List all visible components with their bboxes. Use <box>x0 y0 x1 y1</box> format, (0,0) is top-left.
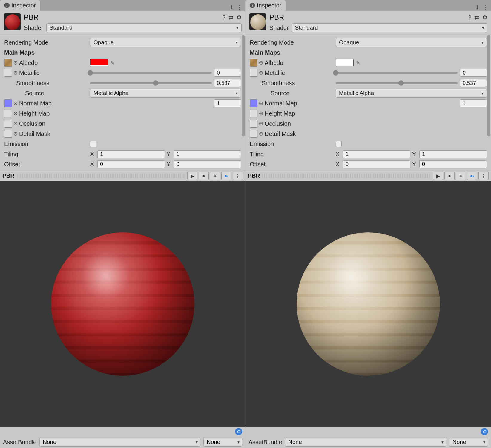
metallic-value[interactable]: 0 <box>214 69 241 77</box>
preview-menu-button[interactable]: ⋮ <box>233 172 243 180</box>
reflection-button[interactable]: ●▾ <box>221 172 231 180</box>
lighting-button[interactable]: ☀ <box>456 172 466 180</box>
material-thumbnail[interactable] <box>249 13 266 30</box>
assetbundle-variant-dropdown[interactable]: None <box>449 438 488 447</box>
height-texture-slot[interactable] <box>250 110 257 117</box>
albedo-label: Albedo <box>19 59 38 66</box>
source-dropdown[interactable]: Metallic Alpha <box>90 89 241 98</box>
sphere-mesh-button[interactable]: ● <box>199 172 209 180</box>
gear-icon[interactable]: ✿ <box>482 14 487 21</box>
lighting-button[interactable]: ☀ <box>210 172 220 180</box>
play-button[interactable]: ▶ <box>187 172 197 180</box>
tiling-label: Tiling <box>250 151 264 158</box>
rendering-mode-dropdown[interactable]: Opaque <box>90 38 241 47</box>
normal-value[interactable]: 1 <box>214 99 241 107</box>
assetbundle-variant-dropdown[interactable]: None <box>203 438 242 447</box>
smoothness-value[interactable]: 0.537 <box>214 79 241 87</box>
drag-handle[interactable] <box>262 174 431 178</box>
sphere-mesh-button[interactable]: ● <box>444 172 455 180</box>
kebab-icon[interactable]: ⋮ <box>237 4 242 11</box>
presets-icon[interactable]: ⇄ <box>228 14 234 21</box>
shader-dropdown[interactable]: Standard <box>46 23 242 32</box>
tiling-x-input[interactable]: 1 <box>97 150 165 158</box>
offset-y-input[interactable]: 0 <box>174 160 241 168</box>
albedo-picker-icon[interactable] <box>14 61 17 65</box>
help-icon[interactable]: ? <box>468 14 471 21</box>
tiling-x-input[interactable]: 1 <box>343 150 410 158</box>
metallic-texture-slot[interactable] <box>250 69 257 77</box>
offset-y-input[interactable]: 0 <box>419 160 487 168</box>
scrollbar-thumb[interactable] <box>242 35 245 136</box>
metallic-picker-icon[interactable] <box>14 71 17 75</box>
kebab-icon[interactable]: ⋮ <box>483 4 488 11</box>
help-icon[interactable]: ? <box>222 14 225 21</box>
scrollbar-thumb[interactable] <box>487 35 490 136</box>
normal-label: Normal Map <box>19 100 52 107</box>
height-picker-icon[interactable] <box>14 112 17 115</box>
inspector-tab[interactable]: i Inspector <box>246 0 286 11</box>
normal-value[interactable]: 1 <box>460 99 487 107</box>
metallic-value[interactable]: 0 <box>460 69 487 77</box>
detail-texture-slot[interactable] <box>250 130 257 138</box>
material-preview-viewport[interactable] <box>0 181 245 427</box>
metallic-slider[interactable] <box>336 72 458 74</box>
asset-label-icon[interactable]: 🏷 <box>481 428 488 435</box>
tiling-y-input[interactable]: 1 <box>419 150 487 158</box>
preview-menu-button[interactable]: ⋮ <box>478 172 489 180</box>
metallic-slider[interactable] <box>90 72 212 74</box>
shader-dropdown[interactable]: Standard <box>292 23 488 32</box>
metallic-picker-icon[interactable] <box>259 71 263 75</box>
lock-icon[interactable]: ⤓ <box>475 4 480 11</box>
height-texture-slot[interactable] <box>4 110 12 117</box>
shader-label: Shader <box>24 24 43 31</box>
albedo-texture-slot[interactable] <box>4 59 12 67</box>
material-thumbnail[interactable] <box>4 13 21 30</box>
tab-title: Inspector <box>11 2 36 9</box>
normal-texture-slot[interactable] <box>250 99 257 107</box>
detail-picker-icon[interactable] <box>14 132 17 136</box>
asset-label-icon[interactable]: 🏷 <box>235 428 242 435</box>
tiling-y-input[interactable]: 1 <box>174 150 241 158</box>
eyedropper-icon[interactable]: ✎ <box>111 60 116 65</box>
occlusion-texture-slot[interactable] <box>4 120 12 128</box>
normal-texture-slot[interactable] <box>4 99 12 107</box>
occlusion-picker-icon[interactable] <box>14 122 17 125</box>
offset-x-input[interactable]: 0 <box>343 160 410 168</box>
detail-label: Detail Mask <box>19 131 50 137</box>
drag-handle[interactable] <box>17 174 185 178</box>
assetbundle-dropdown[interactable]: None <box>285 438 446 447</box>
albedo-texture-slot[interactable] <box>250 59 257 67</box>
reflection-button[interactable]: ●▾ <box>467 172 477 180</box>
main-maps-heading: Main Maps <box>250 49 280 56</box>
emission-checkbox[interactable] <box>336 141 342 147</box>
metallic-texture-slot[interactable] <box>4 69 12 77</box>
normal-picker-icon[interactable] <box>14 102 17 105</box>
lock-icon[interactable]: ⤓ <box>229 4 234 11</box>
emission-checkbox[interactable] <box>90 141 96 147</box>
albedo-picker-icon[interactable] <box>259 61 263 65</box>
normal-picker-icon[interactable] <box>259 102 263 105</box>
detail-texture-slot[interactable] <box>4 130 12 138</box>
gear-icon[interactable]: ✿ <box>237 14 242 21</box>
albedo-color-swatch[interactable] <box>90 59 108 66</box>
smoothness-slider[interactable] <box>336 82 458 84</box>
albedo-color-swatch[interactable] <box>336 59 354 66</box>
play-button[interactable]: ▶ <box>433 172 443 180</box>
info-icon: i <box>250 3 255 8</box>
material-preview-viewport[interactable] <box>246 181 491 427</box>
offset-x-input[interactable]: 0 <box>97 160 165 168</box>
rendering-mode-dropdown[interactable]: Opaque <box>336 38 487 47</box>
presets-icon[interactable]: ⇄ <box>474 14 479 21</box>
detail-picker-icon[interactable] <box>259 132 263 136</box>
height-picker-icon[interactable] <box>259 112 263 115</box>
assetbundle-dropdown[interactable]: None <box>39 438 200 447</box>
occlusion-texture-slot[interactable] <box>250 120 257 128</box>
smoothness-value[interactable]: 0.537 <box>460 79 487 87</box>
smoothness-slider[interactable] <box>90 82 212 84</box>
smoothness-label: Smoothness <box>262 80 295 87</box>
source-dropdown[interactable]: Metallic Alpha <box>336 89 487 98</box>
eyedropper-icon[interactable]: ✎ <box>356 60 361 65</box>
occlusion-picker-icon[interactable] <box>259 122 263 125</box>
footer: 🏷 AssetBundle None None <box>246 427 491 448</box>
inspector-tab[interactable]: i Inspector <box>0 0 40 11</box>
